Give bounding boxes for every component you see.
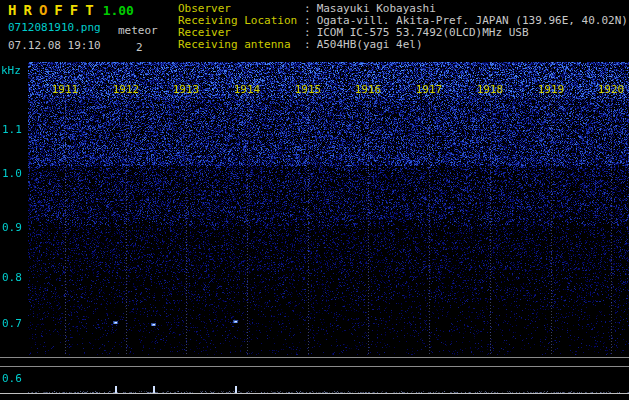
- observation-datetime: 07.12.08 19:10: [8, 39, 101, 52]
- time-tick-label: 1911: [52, 83, 79, 96]
- time-tick-label: 1919: [538, 83, 565, 96]
- freq-tick-label: 0.8: [2, 271, 22, 284]
- colon-separator: :: [304, 38, 311, 51]
- time-tick-label: 1912: [113, 83, 140, 96]
- info-label: Receiving antenna: [178, 39, 304, 51]
- logo-letter: F: [54, 2, 62, 18]
- info-value: A504HB(yagi 4el): [311, 38, 423, 51]
- time-tick-label: 1915: [295, 83, 322, 96]
- logo-letter: R: [23, 2, 31, 18]
- time-tick-label: 1920: [598, 83, 625, 96]
- time-tick-label: 1914: [234, 83, 261, 96]
- freq-tick-label: 0.9: [2, 221, 22, 234]
- info-row: Receiving antenna:A504HB(yagi 4el): [178, 39, 628, 51]
- output-filename: 0712081910.png: [8, 21, 101, 34]
- freq-tick-label: 0.7: [2, 317, 22, 330]
- time-tick-label: 1916: [355, 83, 382, 96]
- time-tick-label: 1913: [173, 83, 200, 96]
- freq-tick-label: 1.0: [2, 167, 22, 180]
- freq-tick-label: 1.1: [2, 123, 22, 136]
- app-title: HROFFT1.00: [8, 2, 134, 18]
- strip-freq-label: 0.6: [2, 372, 22, 385]
- freq-axis-unit-label: kHz: [1, 64, 21, 77]
- spectrogram-canvas: [0, 62, 629, 400]
- logo-letter: T: [85, 2, 93, 18]
- meteor-count: 2: [136, 41, 143, 54]
- hrofft-output-window: HROFFT1.00 0712081910.png meteor 07.12.0…: [0, 0, 629, 400]
- station-info: Observer:Masayuki Kobayashi Receiving Lo…: [178, 3, 628, 51]
- mode-label: meteor: [118, 24, 158, 37]
- time-tick-label: 1917: [416, 83, 443, 96]
- app-title-letters: HROFFT: [8, 2, 101, 18]
- time-tick-label: 1918: [477, 83, 504, 96]
- logo-letter: O: [39, 2, 47, 18]
- logo-letter: H: [8, 2, 16, 18]
- logo-letter: F: [70, 2, 78, 18]
- app-version: 1.00: [103, 3, 134, 18]
